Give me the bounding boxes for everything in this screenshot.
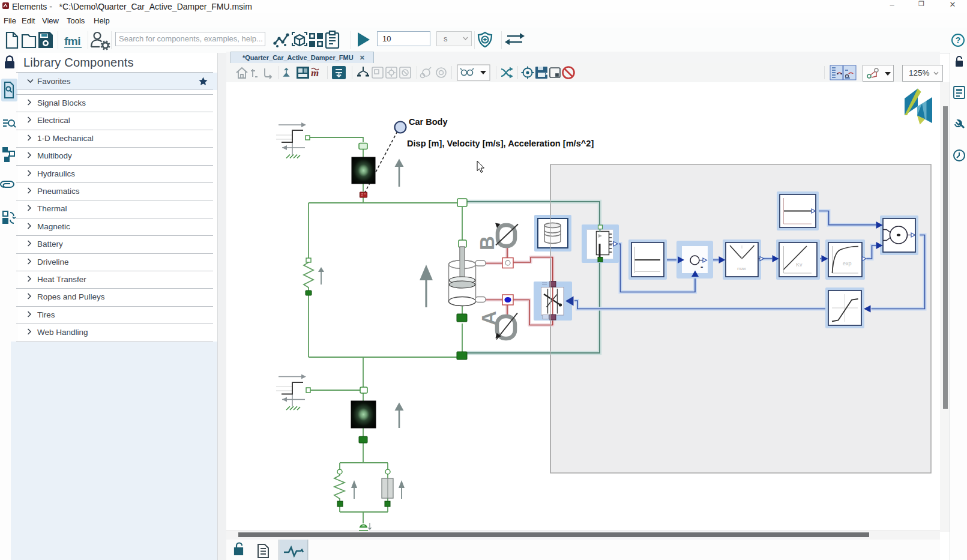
svg-text:?: ?: [956, 35, 961, 45]
svg-text:B: B: [476, 236, 498, 250]
svg-text:Kv: Kv: [796, 262, 803, 268]
svg-text:Car Body: Car Body: [409, 117, 447, 127]
svg-text:max: max: [737, 266, 746, 271]
svg-text:exp: exp: [843, 260, 852, 266]
svg-text:A: A: [478, 311, 500, 325]
svg-text:Disp [m], Velocity [m/s], Acce: Disp [m], Velocity [m/s], Acceleration […: [407, 139, 594, 148]
svg-text:fmi: fmi: [64, 35, 80, 47]
svg-text:-: -: [700, 262, 703, 271]
